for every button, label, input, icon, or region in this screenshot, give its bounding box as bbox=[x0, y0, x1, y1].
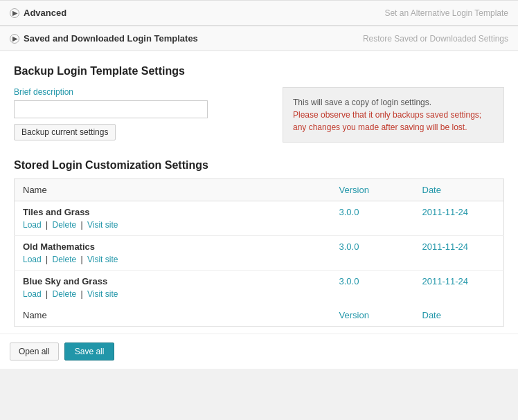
advanced-section-header[interactable]: ▶ Advanced Set an Alternative Login Temp… bbox=[0, 0, 518, 26]
row-action-delete[interactable]: Delete bbox=[53, 220, 77, 230]
row-action-visit-site[interactable]: Visit site bbox=[87, 220, 118, 230]
row-actions: Load | Delete | Visit site bbox=[23, 289, 323, 299]
description-input[interactable] bbox=[14, 100, 208, 118]
row-action-load[interactable]: Load bbox=[23, 289, 42, 299]
info-text-2: Please observe that it only backups save… bbox=[293, 110, 481, 132]
col-name-header: Name bbox=[15, 179, 331, 201]
separator: | bbox=[44, 289, 51, 299]
footer-version: Version bbox=[331, 304, 414, 327]
saved-action-link[interactable]: Restore Saved or Downloaded Settings bbox=[363, 34, 508, 44]
stored-section-title: Stored Login Customization Settings bbox=[14, 159, 504, 172]
description-label: Brief description bbox=[14, 87, 269, 97]
table-row: Tiles and GrassLoad | Delete | Visit sit… bbox=[15, 201, 504, 236]
separator: | bbox=[78, 255, 85, 264]
col-version-header: Version bbox=[331, 179, 414, 201]
saved-arrow-icon: ▶ bbox=[10, 34, 19, 44]
row-name-cell: Tiles and GrassLoad | Delete | Visit sit… bbox=[15, 201, 331, 236]
row-action-load[interactable]: Load bbox=[23, 255, 42, 264]
footer-row: Open all Save all bbox=[0, 334, 518, 369]
advanced-action-link[interactable]: Set an Alternative Login Template bbox=[384, 8, 508, 18]
row-action-visit-site[interactable]: Visit site bbox=[87, 289, 118, 299]
save-all-button[interactable]: Save all bbox=[64, 343, 115, 360]
saved-header-left: ▶ Saved and Downloaded Login Templates bbox=[10, 33, 198, 44]
col-date-header: Date bbox=[414, 179, 504, 201]
row-name-cell: Blue Sky and GrassLoad | Delete | Visit … bbox=[15, 271, 331, 305]
info-text-1: This will save a copy of login settings. bbox=[293, 98, 431, 107]
footer-date: Date bbox=[414, 304, 504, 327]
row-actions: Load | Delete | Visit site bbox=[23, 219, 323, 230]
row-name-cell: Old MathematicsLoad | Delete | Visit sit… bbox=[15, 236, 331, 271]
table-row: Old MathematicsLoad | Delete | Visit sit… bbox=[15, 236, 504, 271]
separator: | bbox=[78, 220, 85, 230]
advanced-arrow-icon: ▶ bbox=[10, 8, 19, 18]
backup-form-left: Brief description Backup current setting… bbox=[14, 87, 269, 140]
footer-name: Name bbox=[15, 304, 331, 327]
row-version: 3.0.0 bbox=[331, 271, 414, 305]
saved-section-header[interactable]: ▶ Saved and Downloaded Login Templates R… bbox=[0, 26, 518, 51]
row-actions: Load | Delete | Visit site bbox=[23, 254, 323, 264]
open-all-button[interactable]: Open all bbox=[10, 343, 59, 360]
table-row: Blue Sky and GrassLoad | Delete | Visit … bbox=[15, 271, 504, 305]
advanced-header-left: ▶ Advanced bbox=[10, 8, 66, 18]
row-date: 2011-11-24 bbox=[414, 236, 504, 271]
row-version: 3.0.0 bbox=[331, 201, 414, 236]
row-date: 2011-11-24 bbox=[414, 271, 504, 305]
backup-button[interactable]: Backup current settings bbox=[14, 124, 116, 140]
saved-label: Saved and Downloaded Login Templates bbox=[24, 33, 198, 44]
row-name: Old Mathematics bbox=[23, 241, 323, 252]
row-action-delete[interactable]: Delete bbox=[53, 255, 77, 264]
backup-form: Brief description Backup current setting… bbox=[14, 87, 504, 143]
separator: | bbox=[44, 220, 51, 230]
row-version: 3.0.0 bbox=[331, 236, 414, 271]
content-area: Backup Login Template Settings Brief des… bbox=[0, 51, 518, 334]
stored-table: Name Version Date Tiles and GrassLoad | … bbox=[14, 179, 504, 327]
separator: | bbox=[78, 289, 85, 299]
page-wrapper: ▶ Advanced Set an Alternative Login Temp… bbox=[0, 0, 518, 369]
backup-section-title: Backup Login Template Settings bbox=[14, 65, 504, 77]
row-name: Tiles and Grass bbox=[23, 207, 323, 217]
separator: | bbox=[44, 255, 51, 264]
row-action-load[interactable]: Load bbox=[23, 220, 42, 230]
info-box: This will save a copy of login settings.… bbox=[283, 87, 504, 143]
row-date: 2011-11-24 bbox=[414, 201, 504, 236]
row-name: Blue Sky and Grass bbox=[23, 276, 323, 286]
advanced-label: Advanced bbox=[24, 8, 66, 18]
row-action-delete[interactable]: Delete bbox=[53, 289, 77, 299]
row-action-visit-site[interactable]: Visit site bbox=[87, 255, 118, 264]
